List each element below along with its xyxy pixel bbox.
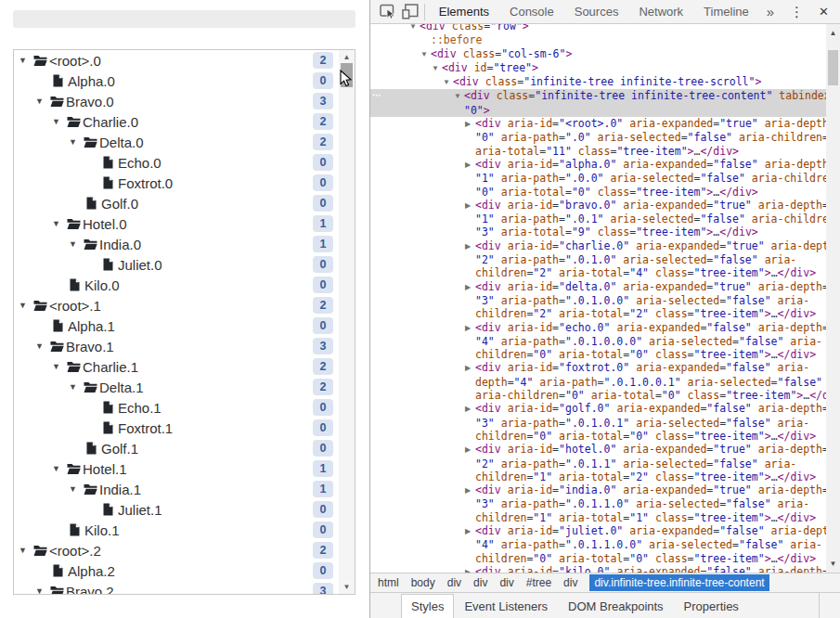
more-tabs-icon[interactable]: » <box>759 4 782 19</box>
dom-tree-line[interactable]: "3" aria-path=".0.1.0.1" aria-selected="… <box>370 417 826 430</box>
tree-node-row[interactable]: Kilo.10 <box>14 520 339 540</box>
dom-tree-line[interactable]: "1" aria-path=".0.1" aria-selected="fals… <box>370 212 826 225</box>
collapse-toggle-icon[interactable]: ▼ <box>17 546 27 555</box>
tree-node-row[interactable]: ▼Delta.12 <box>14 377 339 397</box>
dom-tree-line[interactable]: ▶<div aria-id="echo.0" aria-expanded="fa… <box>370 321 826 335</box>
breadcrumb-item[interactable]: div <box>563 576 577 589</box>
tree-node-row[interactable]: Juliet.10 <box>14 499 339 520</box>
sidebar-tab-styles[interactable]: Styles <box>401 594 454 618</box>
tree-node-row[interactable]: ▼India.01 <box>14 234 339 254</box>
dom-tree-line[interactable]: children="0" aria-total="0" class="tree-… <box>370 430 826 443</box>
collapse-toggle-icon[interactable]: ▼ <box>67 382 77 392</box>
tab-elements[interactable]: Elements <box>429 0 499 24</box>
collapse-toggle-icon[interactable]: ▼ <box>67 484 77 494</box>
breadcrumb-item[interactable]: div <box>473 576 487 589</box>
dom-tree-line[interactable]: children="0" aria-total="0" class="tree-… <box>370 552 826 565</box>
collapse-toggle-icon[interactable]: ▼ <box>50 117 60 126</box>
dom-tree-line[interactable]: "4" aria-path=".0.1.1.0.0" aria-selected… <box>370 538 826 551</box>
tree-node-row[interactable]: Juliet.00 <box>14 254 339 275</box>
dom-tree-line[interactable]: ▶<div aria-id="delta.0" aria-expanded="t… <box>370 280 826 294</box>
tree-node-row[interactable]: Echo.10 <box>14 397 339 418</box>
tab-timeline[interactable]: Timeline <box>693 0 759 24</box>
tree-node-row[interactable]: Alpha.00 <box>14 71 339 91</box>
expand-arrow-icon[interactable]: ▶ <box>465 159 475 172</box>
expand-arrow-icon[interactable]: ▶ <box>465 566 475 573</box>
breadcrumb-item-selected[interactable]: div.infinite-tree.infinite-tree-content <box>589 574 769 591</box>
tree-node-row[interactable]: ▼Hotel.11 <box>14 458 339 479</box>
collapse-toggle-icon[interactable]: ▼ <box>67 239 77 249</box>
expand-arrow-icon[interactable]: ▶ <box>465 525 475 538</box>
tree-node-row[interactable]: ▼Bravo.23 <box>14 581 339 594</box>
breadcrumb-item[interactable]: div <box>499 576 513 589</box>
dom-tree-line[interactable]: ▶<div aria-id="golf.0" aria-expanded="fa… <box>370 402 826 416</box>
tree-node-row[interactable]: Alpha.20 <box>14 560 339 581</box>
tree-node-row[interactable]: ▼Delta.02 <box>14 132 339 152</box>
breadcrumb-item[interactable]: body <box>411 576 435 589</box>
dom-tree-line[interactable]: "3" aria-total="9" class="tree-item">…</… <box>370 225 826 238</box>
tree-node-row[interactable]: Foxtrot.10 <box>14 418 339 438</box>
dom-tree-line[interactable]: children="2" aria-total="4" class="tree-… <box>370 266 826 279</box>
dom-tree-line[interactable]: ▼<div class="row"> <box>370 24 826 33</box>
dom-tree-line[interactable]: ⋯▼<div class="infinite-tree infinite-tre… <box>370 89 826 103</box>
tree-node-row[interactable]: ▼Hotel.01 <box>14 213 339 234</box>
tab-console[interactable]: Console <box>499 0 564 24</box>
dom-tree-line[interactable]: ▶<div aria-id="kilo.0" aria-expanded="fa… <box>370 565 826 573</box>
devtools-scrollbar-thumb[interactable] <box>828 50 838 85</box>
tree-node-row[interactable]: Alpha.10 <box>14 315 339 336</box>
dom-tree-line[interactable]: children="0" aria-total="0" class="tree-… <box>370 348 826 361</box>
dom-tree-line[interactable]: "1" aria-path=".0.0" aria-selected="fals… <box>370 172 826 185</box>
dom-tree-line[interactable]: ▶<div aria-id="hotel.0" aria-expanded="t… <box>370 443 826 457</box>
close-devtools-icon[interactable]: ✕ <box>813 5 834 19</box>
scroll-up-icon[interactable]: ▲ <box>339 50 355 64</box>
dom-tree-line[interactable]: ▶<div aria-id="juliet.0" aria-expanded="… <box>370 524 826 538</box>
expand-arrow-icon[interactable]: ▶ <box>465 200 475 212</box>
dom-tree-line[interactable]: "0"> <box>370 104 826 117</box>
expand-arrow-icon[interactable]: ▶ <box>465 281 475 294</box>
tree-node-row[interactable]: ▼Charlie.12 <box>14 356 339 377</box>
search-input[interactable] <box>13 10 355 28</box>
sidebar-tab-properties[interactable]: Properties <box>674 595 749 618</box>
expand-arrow-icon[interactable]: ▶ <box>465 403 475 416</box>
collapse-arrow-icon[interactable]: ▼ <box>420 48 431 61</box>
expand-arrow-icon[interactable]: ▶ <box>465 322 475 335</box>
expand-arrow-icon[interactable]: ▶ <box>465 444 475 457</box>
tree-node-row[interactable]: ▼<root>.22 <box>14 540 339 560</box>
tree-node-row[interactable]: Golf.00 <box>14 193 339 213</box>
dom-tree-line[interactable]: "0" aria-path=".0" aria-selected="false"… <box>370 131 826 144</box>
dom-pseudo-line[interactable]: ::before <box>370 33 826 46</box>
tree-node-row[interactable]: ▼<root>.02 <box>14 50 339 71</box>
tree-node-row[interactable]: ▼India.11 <box>14 479 339 499</box>
collapse-toggle-icon[interactable]: ▼ <box>33 586 44 594</box>
dom-tree-line[interactable]: children="1" aria-total="2" class="tree-… <box>370 470 826 483</box>
dom-tree-line[interactable]: ▶<div aria-id="india.0" aria-expanded="t… <box>370 483 826 497</box>
breadcrumb-item[interactable]: div <box>447 576 461 589</box>
dom-tree-line[interactable]: children="1" aria-total="1" class="tree-… <box>370 511 826 524</box>
inspect-element-icon[interactable] <box>378 1 400 23</box>
tab-sources[interactable]: Sources <box>564 0 629 24</box>
sidebar-tab-dom-breakpoints[interactable]: DOM Breakpoints <box>558 595 674 618</box>
collapse-toggle-icon[interactable]: ▼ <box>17 56 27 65</box>
tree-node-row[interactable]: ▼Charlie.02 <box>14 111 339 132</box>
dom-tree-line[interactable]: "3" aria-path=".0.1.0.0" aria-selected="… <box>370 294 826 307</box>
dom-tree-line[interactable]: "2" aria-path=".0.1.0" aria-selected="fa… <box>370 253 826 266</box>
tree-node-row[interactable]: ▼<root>.12 <box>14 295 339 315</box>
dom-tree-line[interactable]: ▼<div class="infinite-tree infinite-tree… <box>370 75 826 89</box>
dom-tree-line[interactable]: ▼<div id="tree"> <box>370 61 826 75</box>
collapse-toggle-icon[interactable]: ▼ <box>33 341 44 351</box>
tree-scrollbar[interactable]: ▲ ▼ <box>339 50 355 594</box>
collapse-toggle-icon[interactable]: ▼ <box>67 137 77 147</box>
scroll-down-icon[interactable]: ▼ <box>339 580 355 594</box>
scroll-up-icon[interactable]: ▲ <box>826 26 840 40</box>
dom-tree-line[interactable]: "2" aria-path=".0.1.1" aria-selected="fa… <box>370 457 826 470</box>
collapse-toggle-icon[interactable]: ▼ <box>50 219 60 228</box>
expand-arrow-icon[interactable]: ▶ <box>465 484 475 497</box>
tree-node-row[interactable]: ▼Bravo.13 <box>14 336 339 356</box>
collapse-toggle-icon[interactable]: ▼ <box>17 301 27 310</box>
tree-node-row[interactable]: Kilo.00 <box>14 275 339 295</box>
device-toolbar-icon[interactable] <box>400 1 422 23</box>
tree-node-row[interactable]: Foxtrot.00 <box>14 173 339 193</box>
dom-tree-line[interactable]: "0" aria-total="0" class="tree-item">…</… <box>370 186 826 199</box>
collapse-arrow-icon[interactable]: ▼ <box>432 62 442 75</box>
dom-tree-line[interactable]: ▶<div aria-id="<root>.0" aria-expanded="… <box>370 117 826 131</box>
breadcrumb-item[interactable]: #tree <box>526 576 551 589</box>
